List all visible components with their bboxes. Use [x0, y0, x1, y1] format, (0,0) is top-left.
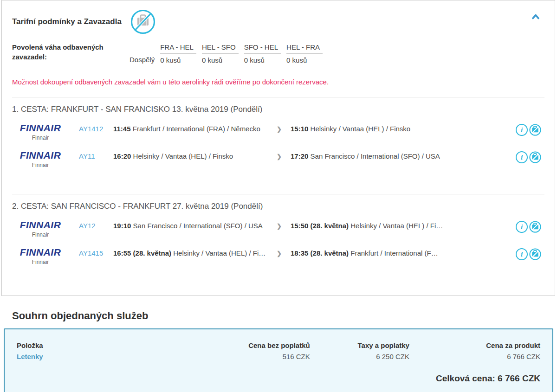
segment-header: HEL - FRA	[286, 42, 323, 54]
airline-name: Finnair	[12, 230, 69, 239]
finnair-logo: FINNAIR	[12, 123, 69, 133]
segment-allowance: 0 kusů	[244, 55, 281, 65]
departure-place: Helsinky / Vantaa (HEL) / Fi…	[173, 249, 266, 257]
departure-time: 16:55	[113, 249, 131, 257]
departure-place: Frankfurt / International (FRA) / Německ…	[133, 125, 260, 133]
arrival-info: 15:10 Helsinky / Vantaa (HEL) / Finsko	[291, 123, 516, 134]
flight-row: FINNAIR Finnair AY1412 11:45 Frankfurt /…	[12, 121, 544, 148]
flight-number-link[interactable]: AY1415	[79, 248, 113, 258]
flight-row-icons: i	[516, 220, 544, 233]
flight-row: FINNAIR Finnair AY11 16:20 Helsinky / Va…	[12, 148, 544, 175]
collapse-chevron-up-icon[interactable]	[531, 13, 540, 20]
flight-row-icons: i	[516, 248, 544, 260]
departure-date: (28. května)	[133, 249, 172, 257]
journey-section-1: 1. CESTA: FRANKFURT - SAN FRANCISKO 13. …	[12, 97, 544, 184]
baggage-allowance-block: Povolená váha odbavených zavazadel: Dosp…	[12, 42, 544, 65]
arrival-info: 15:50 (28. května) Helsinky / Vantaa (HE…	[291, 220, 516, 231]
airline-logo-block: FINNAIR Finnair	[12, 123, 69, 142]
baggage-row-label-column: Dospělý	[130, 55, 155, 65]
airline-name: Finnair	[12, 257, 69, 267]
departure-info: 19:10 San Francisco / International (SFO…	[113, 220, 277, 231]
arrival-info: 18:35 (28. května) Frankfurt / Internati…	[291, 248, 516, 258]
arrival-time: 15:50	[291, 222, 308, 230]
departure-time: 16:20	[113, 152, 131, 160]
summary-col-taxes: Taxy a poplatky	[310, 341, 409, 349]
flight-row: FINNAIR Finnair AY1415 16:55 (28. května…	[12, 245, 544, 272]
baggage-segment-column: HEL - FRA 0 kusů	[286, 42, 323, 65]
arrival-place: Helsinky / Vantaa (HEL) / Fi…	[350, 222, 443, 230]
segment-allowance: 0 kusů	[160, 55, 196, 65]
airline-logo-block: FINNAIR Finnair	[12, 151, 69, 170]
finnair-logo: FINNAIR	[12, 220, 69, 230]
summary-heading: Souhrn objednaných služeb	[12, 310, 557, 322]
flight-number-link[interactable]: AY1412	[79, 123, 113, 134]
departure-time: 11:45	[113, 125, 131, 133]
total-price: Celková cena: 6 766 CZK	[17, 373, 540, 384]
summary-taxes: 6 250 CZK	[310, 353, 409, 360]
departure-info: 16:55 (28. května) Helsinky / Vantaa (HE…	[113, 248, 277, 258]
arrival-place: Frankfurt / International (F…	[350, 249, 438, 257]
journey-section-2: 2. CESTA: SAN FRANCISCO - FRANKFURT 27. …	[12, 194, 544, 281]
summary-product-price: 6 766 CZK	[409, 353, 540, 360]
summary-col-product-price: Cena za produkt	[409, 341, 540, 349]
flight-row-icons: i	[516, 123, 544, 136]
no-baggage-icon[interactable]	[529, 248, 541, 260]
departure-place: San Francisco / International (SFO) / US…	[133, 222, 263, 230]
no-baggage-icon[interactable]	[529, 221, 541, 233]
summary-table: Položka Cena bez poplatků Taxy a poplatk…	[17, 341, 540, 360]
departure-place: Helsinky / Vantaa (HEL) / Finsko	[133, 152, 233, 160]
baggage-segment-column: HEL - SFO 0 kusů	[202, 42, 239, 65]
baggage-allowance-table: Dospělý FRA - HEL 0 kusů HEL - SFO 0 kus…	[130, 42, 328, 65]
flight-row-icons: i	[516, 151, 544, 163]
info-icon[interactable]: i	[516, 151, 528, 163]
segment-header: HEL - SFO	[202, 42, 239, 54]
arrival-time: 15:10	[291, 125, 308, 133]
airline-logo-block: FINNAIR Finnair	[12, 220, 69, 239]
no-baggage-icon[interactable]	[529, 124, 541, 136]
baggage-segment-column: FRA - HEL 0 kusů	[160, 42, 196, 65]
info-icon[interactable]: i	[516, 124, 528, 136]
fare-card-header: Tarifní podmínky a Zavazadla	[12, 0, 544, 35]
departure-info: 11:45 Frankfurt / International (FRA) / …	[113, 123, 277, 134]
departure-info: 16:20 Helsinky / Vantaa (HEL) / Finsko	[113, 151, 277, 161]
no-baggage-icon[interactable]	[529, 151, 541, 163]
summary-net-price: 516 CZK	[216, 353, 310, 360]
chevron-right-icon: ❯	[277, 220, 291, 231]
summary-item-link[interactable]: Letenky	[17, 353, 216, 360]
baggage-allowance-label: Povolená váha odbavených zavazadel:	[12, 42, 130, 65]
baggage-passenger-type: Dospělý	[130, 55, 155, 65]
airline-logo-block: FINNAIR Finnair	[12, 248, 69, 267]
finnair-logo: FINNAIR	[12, 151, 69, 160]
baggage-segment-column: SFO - HEL 0 kusů	[244, 42, 281, 65]
airline-name: Finnair	[12, 133, 69, 142]
journey-title: 2. CESTA: SAN FRANCISCO - FRANKFURT 27. …	[12, 202, 544, 211]
segment-allowance: 0 kusů	[202, 55, 239, 65]
flight-number-link[interactable]: AY11	[79, 151, 113, 161]
info-icon[interactable]: i	[516, 221, 528, 233]
summary-col-net-price: Cena bez poplatků	[216, 341, 310, 349]
flight-number-link[interactable]: AY12	[79, 220, 113, 231]
arrival-place: San Francisco / International (SFO) / US…	[311, 152, 440, 160]
baggage-purchase-notice: Možnost dokoupení odbavených zavazadel v…	[12, 77, 544, 87]
arrival-place: Helsinky / Vantaa (HEL) / Finsko	[311, 125, 411, 133]
order-summary-panel: Položka Cena bez poplatků Taxy a poplatk…	[4, 328, 553, 392]
arrival-date: (28. května)	[311, 249, 349, 257]
arrival-date: (28. května)	[311, 222, 349, 230]
departure-time: 19:10	[113, 222, 131, 230]
info-icon[interactable]: i	[516, 248, 528, 260]
finnair-logo: FINNAIR	[12, 248, 69, 257]
chevron-right-icon: ❯	[277, 123, 291, 134]
flight-row: FINNAIR Finnair AY12 19:10 San Francisco…	[12, 218, 544, 245]
chevron-right-icon: ❯	[277, 248, 291, 258]
journey-title: 1. CESTA: FRANKFURT - SAN FRANCISKO 13. …	[12, 105, 544, 114]
fare-conditions-card: Tarifní podmínky a Zavazadla Povolená vá…	[1, 0, 555, 296]
segment-header: FRA - HEL	[160, 42, 196, 54]
segment-allowance: 0 kusů	[286, 55, 323, 65]
segment-header: SFO - HEL	[244, 42, 281, 54]
arrival-info: 17:20 San Francisco / International (SFO…	[291, 151, 516, 161]
summary-col-item: Položka	[17, 341, 216, 349]
arrival-time: 17:20	[291, 152, 308, 160]
fare-card-title: Tarifní podmínky a Zavazadla	[12, 17, 122, 26]
chevron-right-icon: ❯	[277, 151, 291, 161]
airline-name: Finnair	[12, 161, 69, 170]
